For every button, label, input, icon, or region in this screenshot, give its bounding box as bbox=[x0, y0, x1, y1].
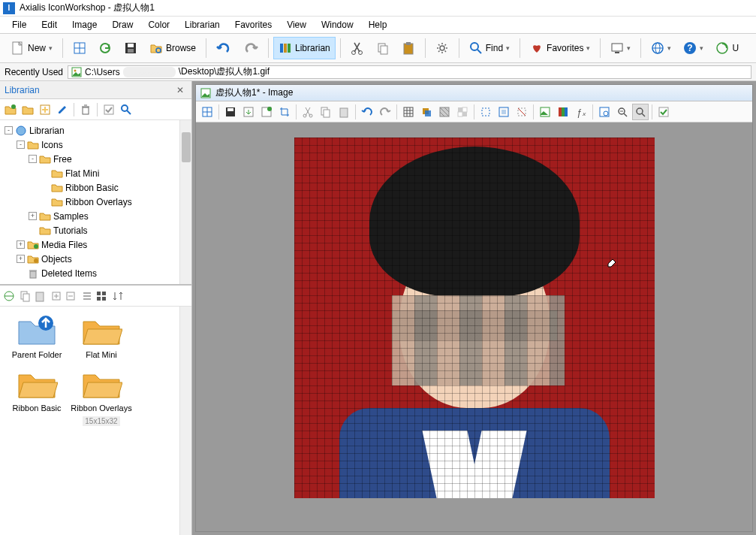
new-item-button[interactable] bbox=[38, 102, 53, 117]
doc-new-button[interactable] bbox=[199, 104, 215, 120]
menu-view[interactable]: View bbox=[281, 18, 312, 32]
tree-item[interactable]: Deleted Items bbox=[2, 266, 190, 280]
document-toolbar: ƒₓ bbox=[196, 101, 752, 122]
check-button[interactable] bbox=[101, 102, 116, 117]
image-canvas[interactable] bbox=[294, 138, 655, 498]
delete-button[interactable] bbox=[78, 102, 93, 117]
doc-export-button[interactable] bbox=[240, 104, 257, 120]
favorites-button[interactable]: Favorites▾ bbox=[525, 37, 595, 59]
deselect-button[interactable] bbox=[514, 104, 530, 120]
new-button[interactable]: New▾ bbox=[5, 37, 58, 59]
main-toolbar: New▾ Browse Librarian Find▾ Favorites▾ ▾… bbox=[0, 33, 756, 63]
image-insert-button[interactable] bbox=[537, 104, 553, 120]
menu-edit[interactable]: Edit bbox=[35, 18, 63, 32]
svg-rect-72 bbox=[340, 108, 348, 117]
tree-item[interactable]: Ribbon Overlays bbox=[2, 195, 190, 209]
monitor-button[interactable]: ▾ bbox=[605, 37, 636, 59]
save-button[interactable] bbox=[119, 37, 143, 59]
redo-button[interactable] bbox=[238, 37, 264, 59]
doc-undo-button[interactable] bbox=[359, 104, 375, 120]
web-sync-button[interactable] bbox=[3, 290, 15, 302]
confirm-button[interactable] bbox=[655, 104, 672, 120]
icon-project-button[interactable] bbox=[68, 37, 92, 59]
librarian-icon bbox=[279, 41, 292, 55]
list-view-button[interactable] bbox=[81, 290, 93, 302]
svg-text:ƒₓ: ƒₓ bbox=[577, 107, 586, 118]
doc-copy-button[interactable] bbox=[318, 104, 334, 120]
svg-line-20 bbox=[477, 50, 481, 53]
doc-paste-button[interactable] bbox=[336, 104, 352, 120]
web-button[interactable]: ▾ bbox=[646, 37, 676, 59]
new-folder-button[interactable] bbox=[3, 102, 18, 117]
fx-button[interactable]: ƒₓ bbox=[573, 104, 589, 120]
thumbnail-item[interactable]: Ribbon Overlays15x15x32 bbox=[71, 366, 132, 426]
menu-window[interactable]: Window bbox=[315, 18, 360, 32]
zoom-fit-button[interactable] bbox=[614, 104, 631, 120]
librarian-tree[interactable]: -Librarian-Icons-FreeFlat MiniRibbon Bas… bbox=[0, 120, 191, 286]
search-button[interactable] bbox=[119, 102, 134, 117]
svg-point-30 bbox=[74, 69, 77, 71]
document-titlebar[interactable]: 虚拟人物1* - Image bbox=[196, 85, 752, 101]
color-adjust-button[interactable] bbox=[555, 104, 571, 120]
tree-item[interactable]: Ribbon Basic bbox=[2, 180, 190, 195]
paste2-button[interactable] bbox=[34, 290, 46, 302]
refresh-button[interactable] bbox=[93, 37, 117, 59]
thumbs-scrollbar[interactable] bbox=[179, 307, 191, 535]
recently-used-path[interactable]: C:\Users xxxxx \Desktop\虚拟人物1.gif bbox=[68, 65, 751, 79]
import-button[interactable] bbox=[65, 290, 77, 302]
update-button[interactable]: U bbox=[710, 37, 744, 59]
svg-rect-33 bbox=[83, 107, 89, 114]
browse-button[interactable]: Browse bbox=[144, 37, 201, 59]
librarian-thumbnails[interactable]: Parent FolderFlat MiniRibbon BasicRibbon… bbox=[0, 307, 191, 535]
tree-item[interactable]: +Objects bbox=[2, 252, 190, 266]
tree-item[interactable]: -Free bbox=[2, 152, 190, 166]
tree-item[interactable]: +Media Files bbox=[2, 237, 190, 252]
tree-item[interactable]: +Samples bbox=[2, 209, 190, 223]
copy2-button[interactable] bbox=[20, 290, 32, 302]
doc-save-button[interactable] bbox=[222, 104, 239, 120]
help-button[interactable]: ?▾ bbox=[678, 37, 709, 59]
menu-color[interactable]: Color bbox=[142, 18, 176, 32]
sort-button[interactable] bbox=[112, 290, 124, 302]
select-rect-button[interactable] bbox=[477, 104, 494, 120]
tree-item[interactable]: Tutorials bbox=[2, 223, 190, 237]
tree-scrollbar[interactable] bbox=[179, 120, 191, 284]
thumbnail-item[interactable]: Flat Mini bbox=[71, 313, 132, 360]
layers-button[interactable] bbox=[418, 104, 435, 120]
menu-favorites[interactable]: Favorites bbox=[229, 18, 278, 32]
menu-draw[interactable]: Draw bbox=[106, 18, 139, 32]
pattern-button[interactable] bbox=[436, 104, 453, 120]
grid-toggle-button[interactable] bbox=[400, 104, 417, 120]
zoom-image-button[interactable] bbox=[596, 104, 613, 120]
doc-crop-button[interactable] bbox=[276, 104, 293, 120]
close-icon[interactable]: ✕ bbox=[173, 85, 187, 95]
menu-image[interactable]: Image bbox=[66, 18, 103, 32]
settings-button[interactable] bbox=[430, 37, 454, 59]
doc-redo-button[interactable] bbox=[377, 104, 393, 120]
tree-item[interactable]: -Icons bbox=[2, 138, 190, 152]
canvas-area[interactable] bbox=[196, 122, 752, 531]
find-button[interactable]: Find▾ bbox=[464, 37, 515, 59]
paste-button[interactable] bbox=[396, 37, 420, 59]
undo-button[interactable] bbox=[211, 37, 236, 59]
tree-item[interactable]: -Librarian bbox=[2, 123, 190, 138]
menu-help[interactable]: Help bbox=[363, 18, 393, 32]
svg-line-89 bbox=[518, 108, 526, 116]
tree-item[interactable]: Flat Mini bbox=[2, 166, 190, 180]
doc-cut-button[interactable] bbox=[300, 104, 316, 120]
open-folder-button[interactable] bbox=[20, 102, 35, 117]
checker-button[interactable] bbox=[454, 104, 471, 120]
copy-button[interactable] bbox=[371, 37, 395, 59]
select-all-button[interactable] bbox=[495, 104, 512, 120]
icon-view-button[interactable] bbox=[95, 290, 107, 302]
librarian-button[interactable]: Librarian bbox=[273, 37, 336, 59]
menu-librarian[interactable]: Librarian bbox=[179, 18, 226, 32]
zoom-actual-button[interactable] bbox=[632, 104, 649, 120]
cut-button[interactable] bbox=[345, 37, 369, 59]
edit-button[interactable] bbox=[55, 102, 70, 117]
thumbnail-item[interactable]: Ribbon Basic bbox=[6, 366, 68, 426]
thumbnail-item[interactable]: Parent Folder bbox=[6, 313, 68, 360]
export-button[interactable] bbox=[50, 290, 62, 302]
doc-add-button[interactable] bbox=[258, 104, 275, 120]
menu-file[interactable]: File bbox=[6, 18, 32, 32]
